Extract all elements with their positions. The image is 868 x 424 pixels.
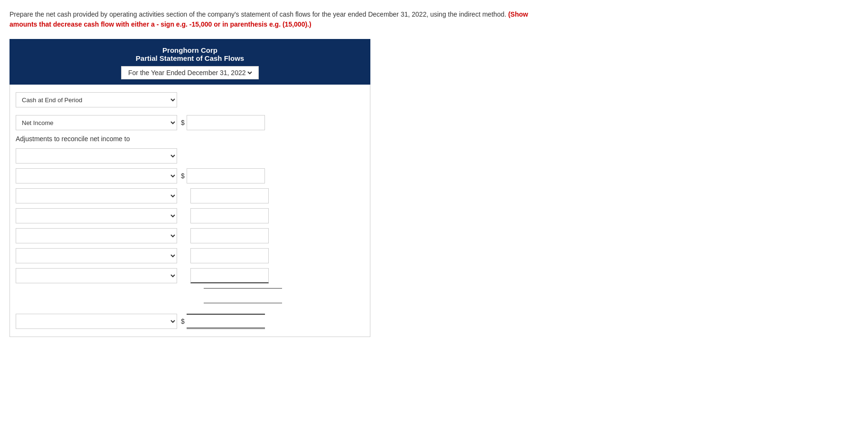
adj-input-cell-6 <box>177 248 269 263</box>
adj-input-3[interactable] <box>190 188 269 203</box>
adj-input-cell-4 <box>177 208 269 223</box>
period-dropdown-wrapper[interactable]: For the Year Ended December 31, 2022 <box>121 66 259 79</box>
cash-end-row: Cash at End of Period <box>16 92 364 107</box>
adj-select-6[interactable] <box>16 248 177 263</box>
total-dollar: $ <box>181 318 185 325</box>
net-income-dropdown-cell[interactable]: Net Income <box>16 115 177 130</box>
adj-input-4[interactable] <box>190 208 269 223</box>
adj-row-1 <box>16 148 364 164</box>
adj-select-cell-5[interactable] <box>16 228 177 243</box>
form-body: Cash at End of Period Net Income $ Adjus… <box>9 85 370 337</box>
adj-input-7[interactable] <box>190 268 269 283</box>
company-name: Pronghorn Corp <box>19 46 360 54</box>
last-select-cell[interactable] <box>16 314 177 329</box>
adj-row-3 <box>16 188 364 203</box>
adj-row-4 <box>16 208 364 223</box>
subtotal-row <box>190 288 364 303</box>
total-input-cell <box>187 314 265 329</box>
adj-input-5[interactable] <box>190 228 269 243</box>
adj-input-cell-5 <box>177 228 269 243</box>
adj-select-cell-4[interactable] <box>16 208 177 223</box>
statement-title: Partial Statement of Cash Flows <box>19 54 360 62</box>
statement-header: Pronghorn Corp Partial Statement of Cash… <box>9 39 370 85</box>
net-income-select[interactable]: Net Income <box>16 115 177 130</box>
adj-select-cell-2[interactable] <box>16 168 177 183</box>
adj-input-cell-2 <box>187 168 265 183</box>
cash-end-select[interactable]: Cash at End of Period <box>16 92 177 107</box>
net-income-row: Net Income $ <box>16 115 364 130</box>
adj-select-4[interactable] <box>16 208 177 223</box>
adj-input-6[interactable] <box>190 248 269 263</box>
adj-row-2: $ <box>16 168 364 183</box>
adj-select-3[interactable] <box>16 188 177 203</box>
spacer <box>16 306 364 311</box>
net-income-input-cell <box>187 115 265 130</box>
adj-select-1[interactable] <box>16 148 177 164</box>
last-dropdown-row: $ <box>16 314 364 329</box>
adj-select-cell-6[interactable] <box>16 248 177 263</box>
net-income-dollar: $ <box>181 119 185 126</box>
adjustments-label: Adjustments to reconcile net income to <box>16 135 364 143</box>
instructions-text: Prepare the net cash provided by operati… <box>9 10 532 29</box>
adj-dollar-2: $ <box>181 172 185 180</box>
adj-input-cell-3 <box>177 188 269 203</box>
adj-select-cell-3[interactable] <box>16 188 177 203</box>
adj-select-5[interactable] <box>16 228 177 243</box>
adj-select-2[interactable] <box>16 168 177 183</box>
last-select[interactable] <box>16 314 177 329</box>
adj-input-cell-7 <box>190 268 269 283</box>
instructions-main: Prepare the net cash provided by operati… <box>9 10 506 18</box>
adj-select-cell-7[interactable] <box>16 268 177 283</box>
adj-select-cell-1[interactable] <box>16 148 177 164</box>
adj-row-6 <box>16 248 364 263</box>
adj-input-2[interactable] <box>187 168 265 183</box>
form-container: Pronghorn Corp Partial Statement of Cash… <box>9 39 370 337</box>
adj-row-7 <box>16 268 364 283</box>
cash-end-dropdown-cell[interactable]: Cash at End of Period <box>16 92 177 107</box>
adj-row-5 <box>16 228 364 243</box>
total-input[interactable] <box>187 314 265 329</box>
subtotal-input[interactable] <box>204 288 282 303</box>
net-income-input[interactable] <box>187 115 265 130</box>
period-select[interactable]: For the Year Ended December 31, 2022 <box>126 68 254 77</box>
adj-select-7[interactable] <box>16 268 177 283</box>
